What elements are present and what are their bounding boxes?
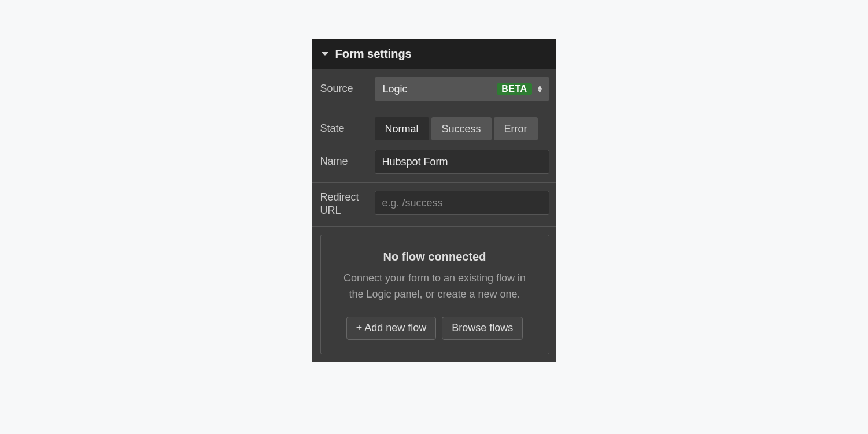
text-cursor-icon xyxy=(449,155,449,168)
source-label: Source xyxy=(320,82,375,95)
redirect-label: Redirect URL xyxy=(320,191,375,218)
panel-title: Form settings xyxy=(335,47,412,61)
state-option-success[interactable]: Success xyxy=(431,117,492,140)
section-state-name: State Normal Success Error Name Hubspot … xyxy=(312,109,556,183)
redirect-url-input[interactable] xyxy=(375,191,549,215)
source-select[interactable]: Logic BETA ▲▼ xyxy=(375,77,549,101)
section-redirect: Redirect URL xyxy=(312,183,556,227)
updown-icon: ▲▼ xyxy=(537,85,544,92)
flow-actions: + Add new flow Browse flows xyxy=(336,317,534,340)
name-value: Hubspot Form xyxy=(382,156,448,168)
state-segmented-control: Normal Success Error xyxy=(375,117,549,140)
browse-flows-button[interactable]: Browse flows xyxy=(442,317,523,340)
add-new-flow-button[interactable]: + Add new flow xyxy=(346,317,437,340)
state-option-error[interactable]: Error xyxy=(494,117,538,140)
flow-empty-state: No flow connected Connect your form to a… xyxy=(320,235,549,354)
panel-header[interactable]: Form settings xyxy=(312,39,556,69)
section-source: Source Logic BETA ▲▼ xyxy=(312,69,556,109)
flow-title: No flow connected xyxy=(336,250,534,264)
state-label: State xyxy=(320,122,375,135)
flow-description: Connect your form to an existing flow in… xyxy=(336,270,534,303)
beta-badge: BETA xyxy=(497,83,531,95)
source-value: Logic xyxy=(383,83,497,95)
state-option-normal[interactable]: Normal xyxy=(375,117,429,140)
name-input[interactable]: Hubspot Form xyxy=(375,150,549,174)
name-label: Name xyxy=(320,155,375,168)
caret-down-icon xyxy=(322,52,328,56)
form-settings-panel: Form settings Source Logic BETA ▲▼ State… xyxy=(312,39,556,362)
